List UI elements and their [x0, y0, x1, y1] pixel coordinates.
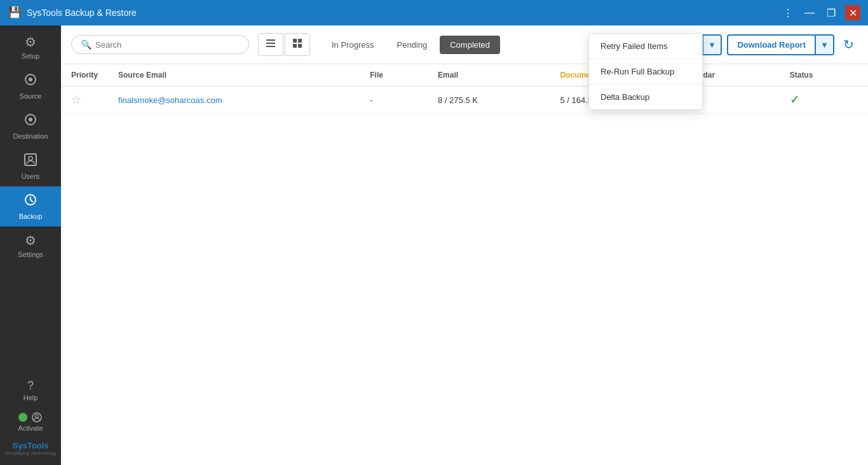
help-icon: ?: [27, 379, 34, 392]
source-email-cell: finalsmoke@soharcoas.com: [108, 87, 360, 114]
app-icon: 💾: [8, 6, 22, 20]
priority-star-button[interactable]: ☆: [71, 93, 81, 107]
sidebar: ⚙ Setup Source Destination: [0, 25, 61, 465]
status-tabs: In Progress Pending Completed: [322, 36, 500, 54]
download-report-button[interactable]: Download Report ▾: [727, 34, 834, 55]
app-title-area: 💾 SysTools Backup & Restore: [8, 6, 137, 20]
svg-rect-12: [293, 39, 297, 43]
settings-icon: ⚙: [25, 233, 36, 248]
retry-failed-items-option[interactable]: Retry Failed Items: [589, 34, 702, 59]
svg-rect-9: [266, 39, 275, 41]
col-priority: Priority: [61, 64, 108, 87]
help-button[interactable]: ? Help: [21, 374, 41, 406]
title-bar: 💾 SysTools Backup & Restore ⋮ — ❐ ✕: [0, 0, 868, 25]
maximize-button[interactable]: ❐: [824, 5, 839, 20]
sidebar-bottom: ? Help Activate SysTools Simplifying Tec…: [0, 374, 61, 465]
users-icon: [24, 153, 37, 170]
help-label: Help: [24, 394, 38, 401]
brand-name: SysTools: [4, 441, 56, 450]
source-icon: [24, 73, 37, 90]
destination-icon: [24, 113, 37, 130]
sidebar-item-destination[interactable]: Destination: [0, 106, 61, 146]
download-label[interactable]: Download Report: [728, 36, 815, 54]
sidebar-item-label-destination: Destination: [13, 132, 48, 140]
sidebar-item-label-setup: Setup: [22, 52, 40, 60]
sidebar-item-label-source: Source: [20, 92, 42, 100]
col-status: Status: [780, 64, 868, 87]
svg-rect-11: [266, 46, 275, 47]
activate-button[interactable]: Activate: [15, 406, 45, 437]
search-icon: 🔍: [81, 39, 92, 50]
sidebar-item-source[interactable]: Source: [0, 66, 61, 106]
source-email-link[interactable]: finalsmoke@soharcoas.com: [118, 95, 222, 105]
data-table: Priority Source Email File Email Documen: [61, 64, 868, 114]
view-toggle: [258, 33, 310, 56]
list-view-button[interactable]: [258, 33, 283, 56]
priority-cell: ☆: [61, 87, 108, 114]
col-email: Email: [428, 64, 550, 87]
minimize-button[interactable]: —: [802, 5, 817, 20]
refresh-button[interactable]: ↻: [839, 33, 858, 56]
app-title: SysTools Backup & Restore: [27, 8, 137, 18]
svg-rect-10: [266, 43, 275, 44]
table-area: Priority Source Email File Email Documen: [61, 64, 868, 465]
window-controls: ⋮ — ❐ ✕: [780, 5, 860, 20]
more-options-button[interactable]: ⋮: [780, 5, 796, 20]
brand-area: SysTools Simplifying Technology: [2, 437, 58, 460]
svg-rect-13: [298, 39, 302, 43]
brand-tagline: Simplifying Technology: [4, 450, 56, 456]
search-input[interactable]: [95, 40, 240, 50]
rerun-dropdown-menu: Retry Failed Items Re-Run Full Backup De…: [588, 33, 703, 110]
file-cell: -: [360, 87, 428, 114]
sidebar-item-settings[interactable]: ⚙ Settings: [0, 226, 61, 265]
svg-point-5: [29, 156, 32, 160]
setup-icon: ⚙: [25, 34, 36, 50]
sidebar-item-setup[interactable]: ⚙ Setup: [0, 28, 61, 66]
tab-pending[interactable]: Pending: [386, 36, 437, 54]
tab-in-progress[interactable]: In Progress: [322, 36, 384, 54]
close-button[interactable]: ✕: [845, 5, 860, 20]
main-content: 🔍: [61, 25, 868, 465]
search-box: 🔍: [71, 35, 249, 54]
svg-point-3: [29, 118, 32, 121]
toolbar: 🔍: [61, 25, 868, 64]
svg-point-8: [35, 415, 38, 418]
backup-icon: [24, 193, 37, 210]
email-cell: 8 / 275.5 K: [428, 87, 550, 114]
rerun-arrow-icon[interactable]: ▾: [702, 36, 721, 54]
col-file: File: [360, 64, 428, 87]
sidebar-item-label-backup: Backup: [19, 212, 43, 220]
sidebar-item-backup[interactable]: Backup: [0, 186, 61, 226]
sidebar-item-users[interactable]: Users: [0, 146, 61, 186]
svg-rect-14: [293, 44, 297, 48]
status-check-icon: ✓: [790, 94, 799, 106]
download-arrow-icon[interactable]: ▾: [815, 36, 833, 54]
col-source-email: Source Email: [108, 64, 360, 87]
sidebar-item-label-users: Users: [22, 172, 40, 180]
svg-rect-15: [298, 44, 302, 48]
tab-completed[interactable]: Completed: [440, 36, 500, 54]
status-cell: ✓: [780, 87, 868, 114]
app-body: ⚙ Setup Source Destination: [0, 25, 868, 465]
rerun-full-backup-option[interactable]: Re-Run Full Backup: [589, 59, 702, 84]
refresh-icon: ↻: [843, 37, 854, 52]
activate-label: Activate: [18, 424, 43, 432]
activate-icon: [18, 412, 42, 423]
table-header-row: Priority Source Email File Email Documen: [61, 64, 868, 87]
grid-view-button[interactable]: [285, 33, 310, 56]
sidebar-item-label-settings: Settings: [18, 251, 43, 258]
table-row: ☆ finalsmoke@soharcoas.com - 8 / 275.5 K: [61, 87, 868, 114]
svg-point-1: [29, 78, 32, 81]
delta-backup-option[interactable]: Delta Backup: [589, 84, 702, 109]
